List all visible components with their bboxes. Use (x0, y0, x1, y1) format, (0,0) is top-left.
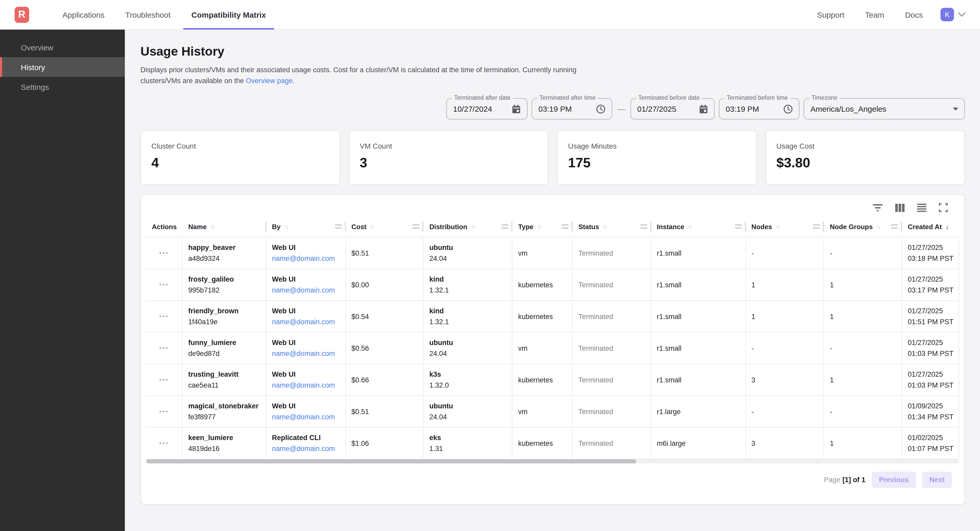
sidebar-item-history[interactable]: History (0, 57, 125, 77)
next-page-button[interactable]: Next (922, 471, 952, 488)
created-at-time: 01:51 PM PST (908, 318, 959, 326)
filter-icon[interactable] (873, 203, 883, 212)
dropdown-arrow-icon[interactable] (948, 107, 958, 110)
nodes-value: - (751, 344, 824, 352)
column-header-name[interactable]: Name↑↓ (183, 216, 266, 237)
cost-cell: $0.54 (346, 301, 424, 332)
instance-value: r1.small (657, 376, 745, 384)
column-header-node-groups[interactable]: Node Groups↑↓ (824, 216, 902, 237)
sort-arrows-icon[interactable]: ↑↓ (688, 223, 692, 230)
terminated-before-time-field[interactable]: Terminated before time 03:19 PM (719, 98, 800, 119)
columns-icon[interactable] (895, 203, 905, 212)
created-by-source: Web UI (272, 402, 345, 410)
column-header-nodes[interactable]: Nodes↑↓ (746, 216, 824, 237)
by-cell: Web UIname@domain.com (266, 238, 346, 269)
created-by-email-link[interactable]: name@domain.com (272, 255, 345, 262)
status-cell: Terminated (573, 396, 651, 427)
nav-item-support[interactable]: Support (807, 0, 854, 29)
sidebar-item-settings[interactable]: Settings (0, 77, 125, 97)
replicated-logo-icon[interactable]: R (14, 6, 29, 22)
column-menu-icon[interactable] (735, 225, 741, 228)
row-actions-menu-button[interactable]: ••• (159, 283, 169, 287)
overview-page-link[interactable]: Overview page (246, 77, 293, 85)
row-actions-menu-button[interactable]: ••• (159, 314, 169, 319)
nav-item-troubleshoot[interactable]: Troubleshoot (115, 0, 181, 29)
nodes-cell: - (746, 396, 824, 427)
previous-page-button[interactable]: Previous (872, 471, 916, 488)
sidebar-item-overview[interactable]: Overview (0, 37, 125, 57)
sort-arrows-icon[interactable]: ↑↓ (537, 223, 541, 230)
row-actions-menu-button[interactable]: ••• (159, 251, 169, 255)
table-row: •••frosty_galileo995b7182Web UIname@doma… (146, 269, 959, 301)
nodes-value: - (751, 249, 824, 257)
column-menu-icon[interactable] (335, 225, 342, 228)
terminated-after-date-field[interactable]: Terminated after date 10/27/2024 (446, 98, 527, 119)
sort-desc-arrow-icon[interactable]: ↓ (945, 222, 949, 231)
created-at-date: 01/27/2025 (908, 275, 959, 283)
created-by-email-link[interactable]: name@domain.com (272, 413, 345, 421)
sort-arrows-icon[interactable]: ↑↓ (210, 223, 214, 230)
name-cell: funny_lumierede9ed87d (183, 333, 266, 364)
horizontal-scrollbar[interactable] (146, 459, 959, 463)
calendar-icon[interactable] (507, 104, 521, 114)
column-header-cost[interactable]: Cost↑↓ (346, 216, 424, 237)
stat-label: Usage Minutes (568, 142, 746, 150)
column-header-instance[interactable]: Instance↑↓ (651, 216, 746, 237)
created-by-email-link[interactable]: name@domain.com (272, 286, 345, 294)
created-at-cell: 01/09/202501:34 PM PST (902, 396, 959, 427)
description-line1: Displays prior clusters/VMs and their as… (140, 66, 576, 74)
user-avatar[interactable]: K (940, 8, 954, 21)
calendar-icon[interactable] (694, 104, 708, 114)
clock-icon[interactable] (591, 104, 606, 114)
row-actions-menu-button[interactable]: ••• (159, 378, 169, 382)
terminated-before-date-field[interactable]: Terminated before date 01/27/2025 (630, 98, 715, 119)
node-groups-cell: - (824, 396, 902, 427)
terminated-after-time-field[interactable]: Terminated after time 03:19 PM (531, 98, 612, 119)
column-menu-icon[interactable] (640, 225, 647, 228)
nav-item-applications[interactable]: Applications (52, 0, 115, 29)
created-at-date: 01/27/2025 (908, 307, 959, 315)
timezone-select[interactable]: Timezone America/Los_Angeles (803, 98, 965, 119)
distribution-cell: kind1.32.1 (424, 269, 512, 300)
column-header-type[interactable]: Type↑↓ (512, 216, 573, 237)
created-by-source: Web UI (272, 307, 345, 315)
sort-arrows-icon[interactable]: ↑↓ (776, 223, 780, 230)
column-header-created-at[interactable]: Created At↓ (902, 216, 959, 237)
column-header-status[interactable]: Status↑↓ (573, 216, 651, 237)
column-menu-icon[interactable] (501, 225, 508, 228)
column-header-label: Name (188, 223, 207, 230)
row-actions-menu-button[interactable]: ••• (159, 409, 169, 414)
density-icon[interactable] (917, 203, 926, 212)
type-value: vm (518, 407, 572, 415)
cost-cell: $0.51 (346, 238, 424, 269)
sort-arrows-icon[interactable]: ↑↓ (471, 223, 475, 230)
created-by-email-link[interactable]: name@domain.com (272, 445, 345, 453)
row-actions-menu-button[interactable]: ••• (159, 441, 169, 445)
nav-item-docs[interactable]: Docs (895, 0, 933, 29)
column-menu-icon[interactable] (562, 225, 568, 228)
column-menu-icon[interactable] (813, 225, 820, 228)
clock-icon[interactable] (778, 104, 793, 114)
sort-arrows-icon[interactable]: ↑↓ (603, 223, 606, 230)
column-header-distribution[interactable]: Distribution↑↓ (424, 216, 512, 237)
created-by-email-link[interactable]: name@domain.com (272, 381, 345, 389)
column-header-label: Node Groups (830, 223, 873, 230)
sort-arrows-icon[interactable]: ↑↓ (876, 223, 880, 230)
chevron-down-icon[interactable] (958, 12, 966, 17)
sort-arrows-icon[interactable]: ↑↓ (284, 223, 288, 230)
created-by-email-link[interactable]: name@domain.com (272, 318, 345, 326)
column-menu-icon[interactable] (413, 225, 420, 228)
usage-table-card: ActionsName↑↓By↑↓Cost↑↓Distribution↑↓Typ… (140, 194, 965, 504)
column-header-by[interactable]: By↑↓ (266, 216, 346, 237)
created-at-cell: 01/27/202503:18 PM PST (902, 238, 959, 269)
sort-arrows-icon[interactable]: ↑↓ (370, 223, 374, 230)
column-header-actions[interactable]: Actions (146, 216, 183, 237)
nav-item-team[interactable]: Team (854, 0, 894, 29)
scrollbar-thumb[interactable] (146, 459, 636, 463)
fullscreen-icon[interactable] (939, 203, 948, 212)
distribution-name: ubuntu (430, 402, 512, 410)
nav-item-compatibility-matrix[interactable]: Compatibility Matrix (181, 0, 277, 29)
created-by-email-link[interactable]: name@domain.com (272, 350, 345, 357)
row-actions-menu-button[interactable]: ••• (159, 346, 169, 350)
column-menu-icon[interactable] (891, 225, 898, 228)
